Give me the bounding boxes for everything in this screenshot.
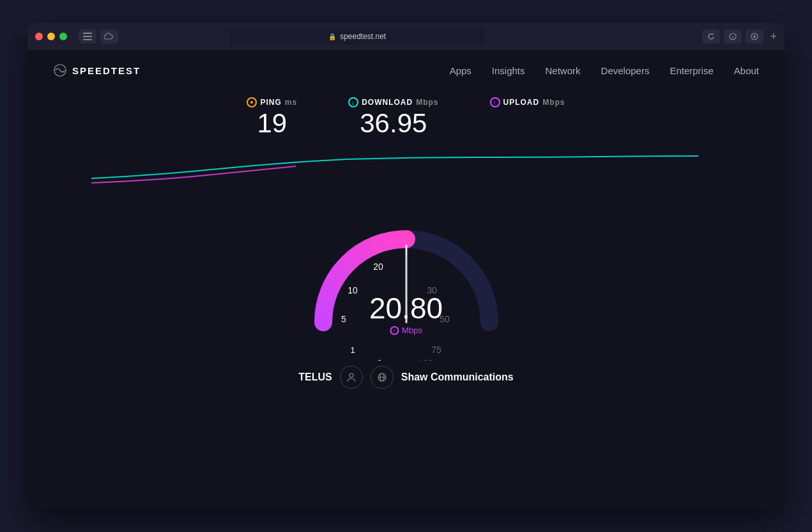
info-button[interactable]: i	[724, 29, 742, 43]
nav-about[interactable]: About	[734, 65, 759, 76]
download-value: 36.95	[360, 110, 427, 137]
ping-icon	[247, 97, 257, 107]
current-speed: 20.80	[369, 293, 443, 323]
metrics-row: PING ms 19 ↓ DOWNLOAD Mbps 36.95 ↑ UPLOA…	[27, 91, 785, 137]
svg-text:i: i	[732, 35, 733, 40]
nav-links: Apps Insights Network Developers Enterpr…	[450, 65, 759, 76]
logo: SPEEDTEST	[53, 63, 141, 77]
main-content: SPEEDTEST Apps Insights Network Develope…	[27, 50, 785, 509]
svg-rect-0	[83, 33, 92, 34]
traffic-lights	[35, 33, 67, 40]
upload-metric: ↑ UPLOAD Mbps	[490, 97, 565, 137]
nav-developers[interactable]: Developers	[601, 65, 650, 76]
minimize-button[interactable]	[47, 33, 55, 40]
speedometer-container: 20 10 5 1 0 30 50 75 100	[27, 188, 785, 509]
ping-metric: PING ms 19	[247, 97, 297, 137]
speed-unit: ↑ Mbps	[369, 325, 443, 335]
maximize-button[interactable]	[59, 33, 67, 40]
ping-value: 19	[257, 110, 287, 137]
download-icon: ↓	[348, 97, 358, 107]
svg-text:75: 75	[431, 345, 441, 355]
upload-label-text: UPLOAD	[503, 98, 540, 107]
logo-text: SPEEDTEST	[72, 65, 141, 76]
lock-icon: 🔒	[328, 33, 336, 40]
nav-bar: SPEEDTEST Apps Insights Network Develope…	[27, 50, 785, 91]
svg-text:1: 1	[350, 345, 355, 355]
globe-icon	[377, 372, 387, 382]
isp-name: TELUS	[298, 372, 332, 383]
person-icon	[346, 372, 356, 382]
new-tab-button[interactable]: +	[770, 30, 777, 43]
speed-chart	[27, 137, 785, 188]
download-label: ↓ DOWNLOAD Mbps	[348, 97, 438, 107]
upload-indicator-icon: ↑	[390, 326, 399, 335]
title-bar-right: i +	[702, 29, 777, 43]
nav-controls	[79, 29, 118, 43]
browser-window: 🔒 speedtest.net i	[27, 23, 785, 509]
upload-icon: ↑	[490, 97, 500, 107]
address-bar[interactable]: 🔒 speedtest.net	[229, 28, 485, 45]
nav-apps[interactable]: Apps	[450, 65, 471, 76]
gauge-center-value: 20.80 ↑ Mbps	[369, 293, 443, 335]
download-metric: ↓ DOWNLOAD Mbps 36.95	[348, 97, 438, 137]
gauge-wrapper: 20 10 5 1 0 30 50 75 100	[304, 194, 509, 361]
ping-label: PING ms	[247, 97, 297, 107]
url-text: speedtest.net	[340, 32, 386, 41]
isp-icon-button[interactable]	[340, 366, 363, 389]
svg-point-18	[349, 373, 353, 377]
nav-network[interactable]: Network	[546, 65, 581, 76]
download-unit: Mbps	[416, 98, 438, 107]
sidebar-toggle-button[interactable]	[79, 29, 96, 43]
svg-rect-1	[83, 36, 92, 37]
svg-text:10: 10	[348, 285, 358, 295]
ping-label-text: PING	[260, 98, 281, 107]
ping-unit: ms	[285, 98, 297, 107]
close-button[interactable]	[35, 33, 43, 40]
svg-rect-2	[83, 39, 92, 40]
nav-insights[interactable]: Insights	[492, 65, 525, 76]
cloud-button[interactable]	[100, 29, 118, 43]
upload-unit: Mbps	[542, 98, 565, 107]
server-icon-button[interactable]	[371, 366, 394, 389]
gauge-svg: 20 10 5 1 0 30 50 75 100	[304, 194, 509, 361]
svg-text:5: 5	[341, 314, 346, 324]
upload-label: ↑ UPLOAD Mbps	[490, 97, 565, 107]
svg-text:100: 100	[418, 358, 433, 361]
svg-text:20: 20	[373, 262, 383, 272]
logo-icon	[53, 63, 67, 77]
title-bar: 🔒 speedtest.net i	[27, 23, 785, 50]
speed-unit-text: Mbps	[402, 325, 422, 335]
download-button[interactable]	[746, 29, 763, 43]
nav-enterprise[interactable]: Enterprise	[670, 65, 713, 76]
download-label-text: DOWNLOAD	[362, 98, 413, 107]
chart-area	[27, 137, 785, 188]
server-name: Shaw Communications	[401, 372, 514, 383]
refresh-button[interactable]	[702, 29, 720, 43]
svg-text:0: 0	[377, 358, 381, 361]
provider-row: TELUS Shaw Communications	[298, 366, 513, 389]
